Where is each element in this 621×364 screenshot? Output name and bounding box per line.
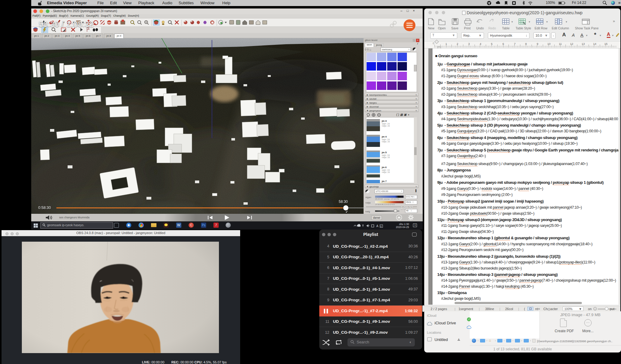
svg-text:Show Task Pane: Show Task Pane (575, 26, 599, 30)
svg-text:Print: Print (464, 26, 471, 30)
svg-text:Redo: Redo (488, 26, 496, 30)
svg-text:▼: ▼ (546, 21, 548, 23)
svg-text:New: New (428, 26, 434, 30)
svg-text:»: » (613, 19, 615, 23)
svg-text:Save: Save (451, 26, 458, 30)
svg-text:Table: Table (502, 26, 509, 30)
svg-text:▼: ▼ (528, 21, 531, 23)
svg-text:▼: ▼ (565, 21, 568, 23)
svg-text:Undo: Undo (476, 26, 484, 30)
svg-text:0: 0 (381, 225, 382, 227)
svg-text:Edit Row: Edit Row (535, 26, 547, 30)
svg-text:A: A (376, 224, 378, 228)
svg-text:Edit Column: Edit Column (552, 26, 569, 30)
svg-text:Table Style: Table Style (515, 26, 531, 30)
svg-text:Open: Open (438, 26, 446, 30)
svg-text:▼: ▼ (511, 21, 513, 23)
